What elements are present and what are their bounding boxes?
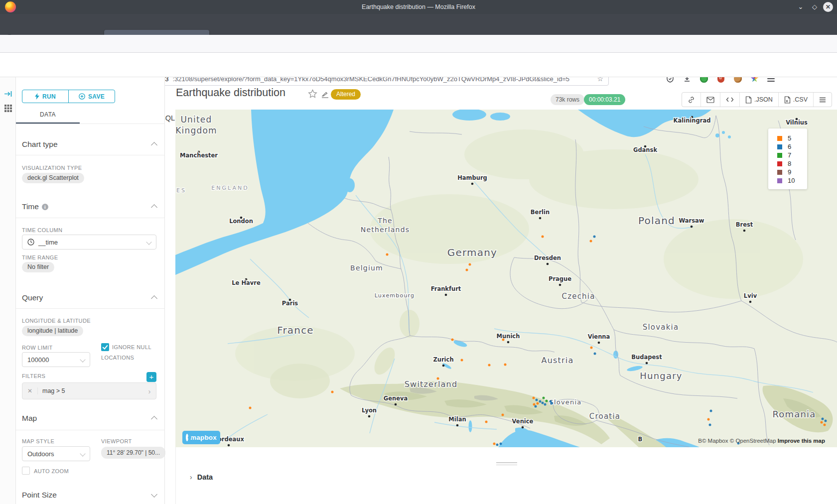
svg-text:Brest: Brest — [736, 221, 753, 228]
window-minimize-button[interactable]: ⌄ — [796, 2, 805, 11]
export-csv-button[interactable]: .CSV — [778, 93, 813, 107]
tab-data[interactable]: DATA — [16, 111, 80, 118]
section-chart-type[interactable]: Chart type — [22, 140, 158, 149]
edit-pencil-icon[interactable] — [321, 91, 329, 98]
viewport-label: VIEWPORT — [101, 438, 132, 444]
altered-badge[interactable]: Altered — [331, 89, 361, 100]
svg-text:Belgium: Belgium — [350, 264, 383, 272]
svg-text:Munich: Munich — [497, 333, 520, 340]
svg-text:Poland: Poland — [638, 215, 675, 227]
time-range-value[interactable]: No filter — [22, 262, 54, 272]
query-timer-badge: 00:00:03.21 — [584, 94, 625, 105]
time-range-label: TIME RANGE — [22, 254, 58, 260]
svg-text:B: B — [638, 436, 643, 443]
viewport-value[interactable]: 11° 28' 29.70" | 50... — [101, 447, 165, 459]
section-time[interactable]: Timei — [22, 202, 158, 211]
dataset-grid-icon[interactable] — [4, 104, 12, 113]
save-button[interactable]: SAVE — [68, 90, 115, 103]
left-icon-rail — [0, 77, 16, 504]
map-attribution: B© Mapbox © OpenStreetMap Improve this m… — [698, 438, 825, 444]
auto-zoom-label: AUTO ZOOM — [34, 468, 69, 474]
osm-attribution-link[interactable]: © OpenStreetMap — [730, 438, 776, 444]
file-x-icon — [784, 96, 791, 104]
legend-item: 10 — [777, 176, 807, 185]
mapbox-logo[interactable]: mapbox — [182, 431, 220, 444]
svg-text:Germany: Germany — [447, 247, 497, 258]
email-button[interactable] — [700, 93, 720, 107]
window-titlebar: Earthquake distribution — Mozilla Firefo… — [0, 0, 837, 14]
chevron-down-icon — [80, 357, 85, 362]
firefox-window: Earthquake distribution — Mozilla Firefo… — [0, 0, 837, 504]
embed-code-button[interactable] — [720, 93, 739, 107]
panel-drag-handle[interactable] — [496, 462, 517, 467]
section-map[interactable]: Map — [22, 414, 158, 423]
copy-link-button[interactable] — [682, 93, 700, 107]
partial-label: B — [698, 438, 702, 444]
section-query[interactable]: Query — [22, 293, 158, 302]
favorite-star-icon[interactable] — [308, 89, 317, 99]
svg-text:Milan: Milan — [448, 416, 466, 423]
menu-icon — [819, 97, 826, 103]
add-filter-button[interactable]: + — [146, 372, 156, 382]
svg-text:Geneva: Geneva — [384, 395, 408, 402]
legend-item: 7 — [777, 151, 807, 159]
run-button[interactable]: RUN — [22, 90, 68, 103]
svg-text:United: United — [180, 115, 212, 125]
svg-text:Hungary: Hungary — [640, 371, 682, 381]
svg-text:The: The — [377, 217, 393, 225]
legend-swatch — [777, 136, 782, 141]
svg-text:Venice: Venice — [512, 418, 534, 425]
mapbox-wordmark: mapbox — [190, 434, 217, 441]
legend-label: 6 — [788, 143, 791, 150]
svg-text:Gdansk: Gdansk — [633, 146, 657, 153]
export-json-button[interactable]: .JSON — [739, 93, 778, 107]
legend-label: 8 — [788, 160, 791, 167]
chevron-right-icon[interactable]: › — [143, 387, 156, 395]
auto-zoom-checkbox[interactable] — [22, 467, 30, 475]
svg-text:ES: ES — [176, 187, 186, 194]
svg-text:Romania: Romania — [772, 409, 816, 419]
filter-item[interactable]: ✕ mag > 5 › — [22, 382, 156, 399]
legend-item: 9 — [777, 168, 807, 176]
info-icon: i — [42, 204, 48, 210]
svg-text:Budapest: Budapest — [631, 354, 662, 361]
map-region-labels: ENGLANDES — [176, 185, 249, 194]
chevron-down-icon — [80, 451, 85, 456]
filters-label: FILTERS — [22, 373, 45, 379]
lonlat-value[interactable]: longitude | latitude — [22, 326, 83, 336]
improve-map-link[interactable]: Improve this map — [778, 438, 825, 444]
expand-panel-icon[interactable] — [4, 90, 12, 98]
map-style-label: MAP STYLE — [22, 438, 54, 444]
svg-text:Zurich: Zurich — [433, 356, 453, 363]
mapbox-circle-icon — [186, 434, 188, 441]
panel-divider[interactable] — [164, 77, 165, 504]
window-close-button[interactable]: ✕ — [823, 2, 833, 12]
section-point-size[interactable]: Point Size — [22, 491, 158, 500]
filter-value: mag > 5 — [38, 387, 143, 394]
chevron-down-icon — [146, 239, 151, 245]
data-panel-toggle[interactable]: › Data — [190, 473, 213, 481]
svg-text:Croatia: Croatia — [589, 412, 620, 421]
mapbox-attribution-link[interactable]: © Mapbox — [702, 438, 728, 444]
window-maximize-button[interactable]: ◇ — [810, 2, 819, 11]
svg-text:Lviv: Lviv — [744, 292, 757, 299]
remove-filter-icon[interactable]: ✕ — [22, 387, 38, 394]
viz-type-value[interactable]: deck.gl Scatterplot — [22, 173, 84, 183]
ignore-null-checkbox[interactable] — [101, 343, 109, 351]
chart-title[interactable]: Earthquake distribution — [176, 87, 285, 99]
link-icon — [688, 96, 695, 104]
legend-label: 5 — [788, 134, 791, 142]
svg-text:Hamburg: Hamburg — [457, 174, 487, 181]
chart-actions-group: .JSON .CSV — [682, 92, 832, 107]
chart-menu-button[interactable] — [813, 93, 832, 107]
time-column-select[interactable]: __time — [22, 235, 156, 250]
envelope-icon — [706, 97, 714, 103]
row-limit-value: 100000 — [27, 356, 49, 364]
row-limit-select[interactable]: 100000 — [22, 352, 90, 367]
legend-item: 6 — [777, 142, 807, 151]
svg-text:Warsaw: Warsaw — [679, 217, 704, 224]
legend-swatch — [777, 178, 782, 183]
map-style-select[interactable]: Outdoors — [22, 446, 90, 461]
tab-bar: Apache Druid ✕ ∞ Earthquake distribution… — [0, 14, 837, 35]
deckgl-scatter-map[interactable]: ENGLANDES UnitedKingdomFranceGermanyPola… — [175, 110, 837, 447]
